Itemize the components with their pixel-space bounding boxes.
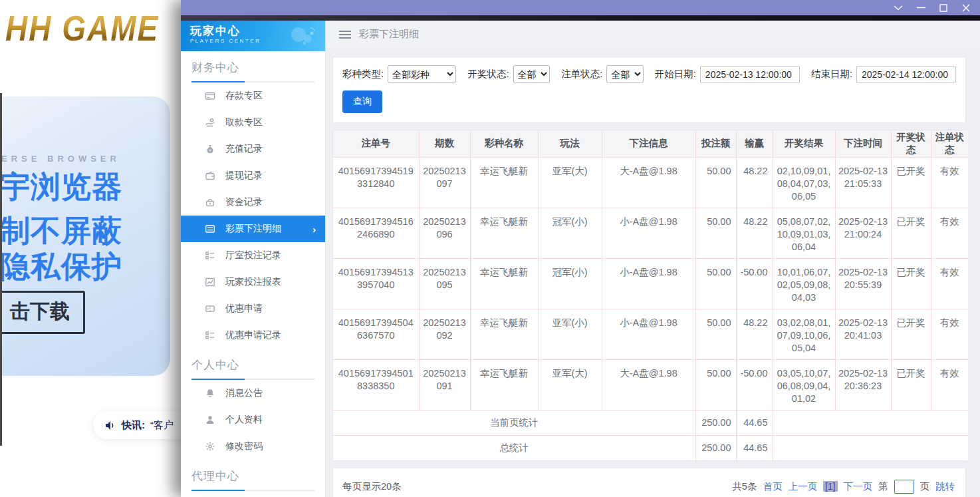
jump-page-input[interactable] [894,480,914,494]
cell-lottery-name: 幸运飞艇新 [470,258,538,309]
cell-draw-result: 03,05,10,07,06,08,09,04,01,02 [773,359,835,410]
col-order-id: 注单号 [333,130,419,157]
cell-bet-time: 2025-02-13 20:55:39 [835,258,891,309]
sidebar-item-label: 资金记录 [225,196,263,208]
bets-table-card: 注单号期数彩种名称玩法下注信息投注额输赢开奖结果下注时间开奖状态注单状态 401… [332,130,966,461]
order-status-select[interactable]: 全部 [606,65,644,83]
section-label: 财务中心 [191,60,314,81]
player-center-window: 玩家中心 PLAYERS CENTER 财务中心存款专区取款专区¥充值记录提现记… [181,0,980,497]
current-page-badge: [1] [823,481,838,492]
cell-order-status: 有效 [931,359,968,410]
sidebar-section: 代理中心 [181,460,325,491]
wallet-icon [205,170,216,182]
section-underline [191,490,314,491]
cell-bet-amount: 50.00 [695,157,736,208]
screen: HH GAME ERSE BROWSER 宇浏览器 制不屏蔽 隐私保护 击下载 … [0,0,980,497]
cell-bet-time: 2025-02-13 21:00:24 [835,208,891,258]
maximize-icon[interactable] [939,3,948,13]
ticket-icon: ¥ [205,303,216,315]
cell-win-loss: 48.22 [736,157,773,208]
sidebar-item-personal-profile[interactable]: 个人资料 [181,407,325,433]
cell-lottery-name: 幸运飞艇新 [470,157,538,208]
cell-draw-result: 05,08,07,02,10,09,01,03,06,04 [773,208,835,258]
minimize-icon[interactable] [916,3,925,13]
gamepad-icon [288,25,317,47]
cell-bet-amount: 50.00 [695,309,736,359]
start-date-input[interactable] [700,66,800,83]
cell-order-id: 401569173945162466890 [333,208,419,258]
sidebar-item-deposit-zone[interactable]: 存款专区 [181,83,325,109]
cell-order-status: 有效 [931,208,968,258]
draw-status-label: 开奖状态: [467,68,509,81]
bet-row: 40156917394504636757020250213092幸运飞艇新亚军(… [333,309,968,359]
draw-status-select[interactable]: 全部 [513,65,551,83]
cell-period: 20250213095 [419,258,470,309]
sidebar-item-promo-apply-records[interactable]: 优惠申请记录 [181,322,325,349]
window-titlebar [181,0,980,15]
cell-play-type: 冠军(小) [538,258,602,309]
sidebar-item-label: 消息公告 [225,387,263,399]
dropdown-chevron-icon[interactable] [894,3,903,13]
col-draw-result: 开奖结果 [773,130,835,157]
page-summary-row: 当前页统计 250.00 44.65 [333,410,968,435]
sidebar-item-label: 个人资料 [225,414,263,426]
page-content: 彩种类型: 全部彩种 开奖状态: 全部 注单状态: [326,48,980,497]
user-icon [205,414,216,426]
pagination-bar: 每页显示20条 共5条 首页 上一页 [1] 下一页 第 页 跳转 [332,468,966,497]
cell-win-loss: -50.00 [736,359,773,410]
grand-summary-bet-total: 250.00 [695,435,736,460]
ad-feature-2: 隐私保护 [0,247,122,287]
filter-panel: 彩种类型: 全部彩种 开奖状态: 全部 注单状态: [332,57,966,123]
jump-link[interactable]: 跳转 [935,480,955,493]
checklist-icon [205,330,216,341]
hamburger-menu-icon[interactable] [339,31,351,39]
jump-suffix: 页 [920,480,930,493]
sidebar-item-message-announcements[interactable]: 消息公告 [181,380,325,407]
cell-order-id: 401569173945018338350 [333,359,419,410]
cell-bet-amount: 50.00 [695,359,736,410]
ad-content: ERSE BROWSER 宇浏览器 制不屏蔽 隐私保护 击下载 [0,96,170,376]
first-page-link[interactable]: 首页 [763,480,782,493]
card-icon [205,90,216,102]
col-bet-time: 下注时间 [835,130,891,157]
sidebar-item-label: 优惠申请 [225,303,263,315]
main-area: 彩票下注明细 彩种类型: 全部彩种 开奖状态: 全 [326,21,980,497]
sidebar-item-recharge-records[interactable]: ¥充值记录 [181,136,325,162]
sidebar-item-player-bet-report[interactable]: 玩家投注报表 [181,269,325,295]
sidebar-item-withdrawal-records[interactable]: 提现记录 [181,162,325,189]
col-draw-status: 开奖状态 [891,130,931,157]
page-title: 彩票下注明细 [359,28,419,41]
cell-bet-info: 小-A盘@1.98 [602,258,695,309]
search-button[interactable]: 查询 [342,90,382,113]
lottery-type-select[interactable]: 全部彩种 [388,65,456,83]
ticker-label: 快讯: [122,419,145,432]
end-date-input[interactable] [856,66,956,83]
cell-period: 20250213096 [419,208,470,258]
gear-icon [205,441,216,452]
hand-icon [205,117,216,128]
bet-row: 40156917394516246689020250213096幸运飞艇新冠军(… [333,208,968,258]
cell-win-loss: -50.00 [736,258,773,309]
cell-period: 20250213092 [419,309,470,359]
sidebar-item-funds-records[interactable]: 资金记录 [181,189,325,216]
next-page-link[interactable]: 下一页 [844,480,873,493]
speaker-icon [105,420,116,430]
sidebar-item-change-password[interactable]: 修改密码 [181,433,325,460]
bets-table: 注单号期数彩种名称玩法下注信息投注额输赢开奖结果下注时间开奖状态注单状态 401… [333,130,968,460]
chart-icon [205,277,216,288]
prev-page-link[interactable]: 上一页 [788,480,817,493]
sidebar-item-promo-apply[interactable]: ¥优惠申请 [181,295,325,322]
sidebar-item-label: 玩家投注报表 [225,276,281,288]
cell-draw-result: 03,02,08,01,07,09,10,06,05,04 [773,309,835,359]
page-summary-empty [773,410,968,435]
lottery-type-label: 彩种类型: [342,68,384,81]
download-button[interactable]: 击下载 [0,291,85,334]
cell-draw-result: 02,10,09,01,08,04,07,03,06,05 [773,157,835,208]
sidebar-item-label: 优惠申请记录 [225,329,281,341]
close-icon[interactable] [961,3,971,13]
jump-prefix: 第 [878,480,888,493]
sidebar-item-hall-bet-records[interactable]: 厅室投注记录 [181,242,325,269]
sidebar-item-withdraw-zone[interactable]: 取款专区 [181,109,325,136]
sidebar-item-lottery-bet-details[interactable]: 彩票下注明细› [181,216,325,242]
checklist-icon [205,250,216,261]
